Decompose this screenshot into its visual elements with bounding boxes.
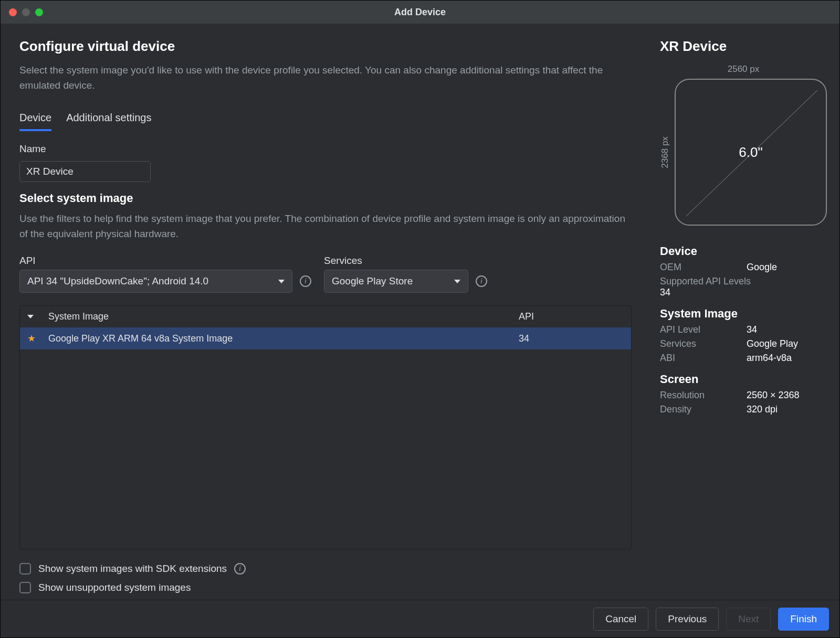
show-unsupported-row: Show unsupported system images [19,582,632,593]
next-button: Next [726,608,771,631]
api-level-key: API Level [660,324,747,335]
info-icon[interactable]: i [234,563,246,575]
screen-section-heading: Screen [660,373,827,386]
add-device-window: Add Device Configure virtual device Sele… [0,0,840,638]
system-image-section-heading: System Image [660,307,827,321]
table-header: System Image API [20,306,631,327]
device-preview: 2560 px 2368 px 6.0" [660,64,827,226]
page-title: Configure virtual device [19,38,632,55]
api-filter-label: API [19,255,311,267]
finish-button[interactable]: Finish [778,608,829,631]
name-label: Name [19,143,632,155]
preview-height-label: 2368 px [660,136,670,168]
select-image-heading: Select system image [19,192,632,205]
previous-button[interactable]: Previous [656,608,719,631]
services-key: Services [660,338,747,349]
minimize-icon[interactable] [22,8,30,16]
maximize-icon[interactable] [35,8,43,16]
table-row[interactable]: ★ Google Play XR ARM 64 v8a System Image… [20,327,631,349]
column-system-image[interactable]: System Image [48,311,519,322]
show-sdk-extensions-checkbox[interactable] [19,563,31,575]
name-input[interactable] [19,161,151,182]
show-unsupported-checkbox[interactable] [19,582,31,593]
resolution-key: Resolution [660,390,747,401]
tabs: Device Additional settings [19,109,632,132]
side-panel: XR Device 2560 px 2368 px 6.0" Device OE… [650,24,839,600]
star-icon: ★ [27,333,36,344]
select-image-hint: Use the filters to help find the system … [19,211,632,241]
info-icon[interactable]: i [300,275,311,287]
api-level-value: 34 [747,324,757,335]
row-api: 34 [519,333,624,344]
titlebar: Add Device [1,1,839,24]
filters-row: API API 34 "UpsideDownCake"; Android 14.… [19,250,632,293]
chevron-down-icon [27,315,34,318]
traffic-lights [9,8,43,16]
device-section-heading: Device [660,244,827,258]
window-title: Add Device [394,7,446,18]
chevron-down-icon [454,280,460,283]
chevron-down-icon [278,280,285,283]
diagonal-label: 6.0" [739,144,762,161]
oem-value: Google [747,262,777,273]
density-value: 320 dpi [747,404,778,415]
density-key: Density [660,404,747,415]
services-value: Google Play [747,338,798,349]
api-filter-select[interactable]: API 34 "UpsideDownCake"; Android 14.0 [19,270,292,293]
supported-api-value: 34 [660,287,827,298]
preview-width-label: 2560 px [728,64,760,75]
show-sdk-extensions-row: Show system images with SDK extensions i [19,563,632,575]
close-icon[interactable] [9,8,17,16]
resolution-value: 2560 × 2368 [747,390,800,401]
screen-outline: 6.0" [675,79,827,226]
row-name: Google Play XR ARM 64 v8a System Image [48,333,519,344]
tab-additional-settings[interactable]: Additional settings [66,109,151,131]
column-api[interactable]: API [519,311,624,322]
show-sdk-extensions-label: Show system images with SDK extensions [38,563,227,575]
expand-column[interactable] [27,315,48,318]
checkbox-group: Show system images with SDK extensions i… [19,563,632,593]
info-icon[interactable]: i [476,275,487,287]
services-filter-value: Google Play Store [332,275,413,287]
abi-value: arm64-v8a [747,353,792,364]
supported-api-key: Supported API Levels [660,276,827,287]
services-filter-select[interactable]: Google Play Store [324,270,468,293]
show-unsupported-label: Show unsupported system images [38,582,191,593]
abi-key: ABI [660,353,747,364]
page-subtitle: Select the system image you'd like to us… [19,63,632,93]
oem-key: OEM [660,262,747,273]
services-filter-label: Services [324,255,487,267]
tab-device[interactable]: Device [19,109,51,131]
api-filter-value: API 34 "UpsideDownCake"; Android 14.0 [27,275,208,287]
side-title: XR Device [660,38,827,55]
system-image-table: System Image API ★ Google Play XR ARM 64… [19,305,632,549]
footer: Cancel Previous Next Finish [1,600,839,637]
main-panel: Configure virtual device Select the syst… [1,24,650,600]
cancel-button[interactable]: Cancel [593,608,648,631]
